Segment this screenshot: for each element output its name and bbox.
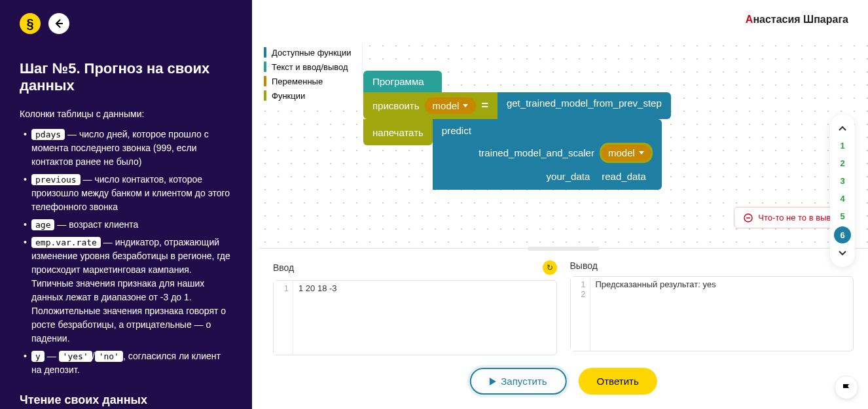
chevron-down-icon — [639, 151, 644, 154]
blockly-workspace[interactable]: Доступные функции Текст и ввод/вывод Пер… — [259, 39, 868, 249]
step-3[interactable]: 3 — [830, 172, 855, 190]
category-text-io[interactable]: Текст и ввод/вывод — [259, 60, 362, 74]
play-icon — [489, 378, 496, 385]
chevron-down-icon[interactable] — [838, 245, 847, 262]
intro-text: Колонки таблицы с данными: — [20, 107, 232, 121]
block-categories: Доступные функции Текст и ввод/вывод Пер… — [259, 43, 363, 105]
input-panel: Ввод ↻ 1 1 20 18 -3 — [273, 260, 557, 363]
step-5[interactable]: 5 — [830, 207, 855, 225]
input-editor[interactable]: 1 1 20 18 -3 — [273, 280, 557, 355]
arrow-left-icon — [54, 18, 64, 29]
back-button[interactable] — [48, 13, 69, 34]
block-program-head[interactable]: Программа — [363, 71, 442, 92]
output-view: 12 Предсказанный результат: yes — [570, 276, 854, 351]
logo-icon[interactable]: § — [20, 13, 41, 34]
step-6[interactable]: 6 — [834, 226, 851, 243]
username[interactable]: Анастасия Шпарага — [746, 14, 848, 26]
answer-button[interactable]: Ответить — [579, 368, 657, 395]
category-functions-available[interactable]: Доступные функции — [259, 45, 362, 60]
list-item: age — возраст клиента — [31, 218, 232, 232]
lesson-sidebar: § Шаг №5. Прогноз на своих данных Колонк… — [0, 0, 252, 409]
run-button[interactable]: Запустить — [469, 368, 566, 395]
section-heading: Чтение своих данных — [20, 393, 232, 407]
block-predict[interactable]: predict trained_model_and_scaler model y… — [433, 119, 662, 190]
flag-icon — [841, 382, 852, 393]
resize-handle[interactable] — [528, 247, 600, 251]
columns-list: pdays — число дней, которое прошло с мом… — [20, 128, 232, 377]
step-navigator: 1 2 3 4 5 6 — [830, 115, 855, 267]
slot-model[interactable]: model — [600, 143, 653, 163]
list-item: previous — число контактов, которое прои… — [31, 173, 232, 214]
report-button[interactable] — [835, 376, 858, 399]
category-procedures[interactable]: Функции — [259, 88, 362, 103]
error-icon — [744, 213, 753, 222]
block-print[interactable]: напечатать — [363, 119, 433, 145]
list-item: pdays — число дней, которое прошло с мом… — [31, 128, 232, 169]
input-label: Ввод — [273, 262, 294, 273]
param-label: trained_model_and_scaler — [479, 147, 594, 158]
chevron-up-icon[interactable] — [838, 120, 847, 137]
output-panel: Вывод 12 Предсказанный результат: yes — [570, 260, 854, 363]
variable-dropdown[interactable]: model — [425, 98, 477, 114]
chevron-down-icon — [463, 104, 468, 107]
block-program[interactable]: Программа присвоить model = get_trained_… — [363, 71, 671, 190]
block-assign[interactable]: присвоить model = — [363, 92, 497, 119]
refresh-button[interactable]: ↻ — [543, 260, 557, 275]
category-variables[interactable]: Переменные — [259, 74, 362, 88]
step-2[interactable]: 2 — [830, 154, 855, 172]
output-label: Вывод — [570, 260, 598, 271]
step-title: Шаг №5. Прогноз на своих данных — [20, 60, 232, 94]
step-1[interactable]: 1 — [830, 137, 855, 154]
param-label: your_data — [547, 171, 590, 182]
header: Анастасия Шпарага — [259, 0, 868, 39]
list-item: emp.var.rate — индикатор, отражающий изм… — [31, 236, 232, 346]
block-get-trained-model[interactable]: get_trained_model_from_prev_step — [497, 92, 671, 119]
block-read-data[interactable]: read_data — [595, 168, 653, 185]
list-item: y — 'yes'/'no', согласился ли клиент на … — [31, 349, 232, 377]
step-4[interactable]: 4 — [830, 190, 855, 207]
main-area: Анастасия Шпарага Доступные функции Текс… — [259, 0, 868, 409]
